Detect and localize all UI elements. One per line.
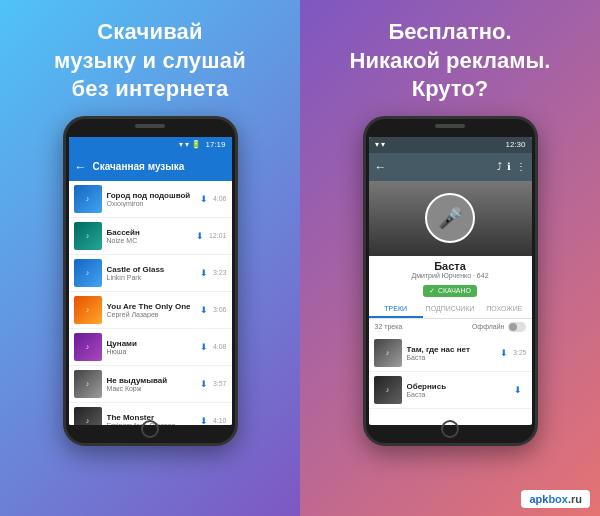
right-phone-screen: ▾ ▾ 12:30 ← ⤴ ℹ ⋮ 🎤 Баста	[369, 137, 532, 425]
download-track-icon[interactable]: ⬇	[196, 231, 204, 241]
right-status-time: 12:30	[505, 140, 525, 149]
track-info: Цунами Нюша	[107, 339, 195, 355]
track-thumb-img: ♪	[74, 370, 102, 398]
track-artist: Оxxxymiron	[107, 200, 195, 207]
download-track-icon[interactable]: ⬇	[200, 342, 208, 352]
share-icon[interactable]: ⤴	[497, 161, 502, 172]
track-title: Castle of Glass	[107, 265, 195, 274]
right-track-info: Там, где нас нет Баста	[407, 345, 495, 361]
offline-toggle[interactable]: Оффлайн	[472, 322, 526, 332]
check-icon: ✓	[429, 287, 435, 295]
track-thumb-img: ♪	[74, 185, 102, 213]
download-track-icon[interactable]: ⬇	[200, 416, 208, 425]
toggle-switch[interactable]	[508, 322, 526, 332]
right-download-icon[interactable]: ⬇	[514, 385, 522, 395]
track-item[interactable]: ♪ Castle of Glass Linkin Park ⬇ 3:23	[69, 255, 232, 292]
right-track-list: ♪ Там, где нас нет Баста ⬇ 3:25 ♪ Оберни…	[369, 335, 532, 409]
track-duration: 4:08	[213, 343, 227, 350]
track-item[interactable]: ♪ You Are The Only One Сергей Лазарев ⬇ …	[69, 292, 232, 329]
track-duration: 3:06	[213, 306, 227, 313]
track-item[interactable]: ♪ Не выдумывай Макс Корж ⬇ 3:57	[69, 366, 232, 403]
tracks-count: 32 трека	[375, 323, 403, 330]
right-track-info: Обернись Баста	[407, 382, 509, 398]
app-bar: ← Скачанная музыка	[69, 153, 232, 181]
artist-tab-подписчики[interactable]: ПОДПИСЧИКИ	[423, 301, 477, 318]
right-track-title: Обернись	[407, 382, 509, 391]
right-track-title: Там, где нас нет	[407, 345, 495, 354]
track-thumb: ♪	[74, 259, 102, 287]
download-track-icon[interactable]: ⬇	[200, 379, 208, 389]
more-icon[interactable]: ⋮	[516, 161, 526, 172]
download-track-icon[interactable]: ⬇	[200, 305, 208, 315]
apkbox-highlight: box	[548, 493, 568, 505]
track-info: Бассейн Noize MC	[107, 228, 191, 244]
track-title: Бассейн	[107, 228, 191, 237]
right-track-artist: Баста	[407, 391, 509, 398]
right-panel: Бесплатно. Никакой рекламы. Круто? ▾ ▾ 1…	[300, 0, 600, 516]
track-item[interactable]: ♪ Город под подошвой Оxxxymiron ⬇ 4:06	[69, 181, 232, 218]
track-item[interactable]: ♪ Цунами Нюша ⬇ 4:08	[69, 329, 232, 366]
track-item[interactable]: ♪ Бассейн Noize MC ⬇ 12:01	[69, 218, 232, 255]
artist-tab-треки[interactable]: ТРЕКИ	[369, 301, 423, 318]
track-info: You Are The Only One Сергей Лазарев	[107, 302, 195, 318]
apkbox-text: apk	[529, 493, 548, 505]
track-duration: 3:23	[213, 269, 227, 276]
track-artist: Нюша	[107, 348, 195, 355]
offline-label: Оффлайн	[472, 323, 505, 330]
right-headline: Бесплатно. Никакой рекламы. Круто?	[350, 18, 551, 104]
status-time: 17:19	[205, 140, 225, 149]
track-duration: 3:57	[213, 380, 227, 387]
left-phone: ▾ ▾ 🔋 17:19 ← Скачанная музыка ♪ Город п…	[63, 116, 238, 446]
track-thumb: ♪	[74, 222, 102, 250]
right-track-thumb-img: ♪	[374, 376, 402, 404]
right-phone-notch-top	[435, 124, 465, 128]
right-download-icon[interactable]: ⬇	[500, 348, 508, 358]
right-track-item[interactable]: ♪ Обернись Баста ⬇	[369, 372, 532, 409]
track-thumb: ♪	[74, 296, 102, 324]
right-phone: ▾ ▾ 12:30 ← ⤴ ℹ ⋮ 🎤 Баста	[363, 116, 538, 446]
right-track-thumb-img: ♪	[374, 339, 402, 367]
track-artist: Сергей Лазарев	[107, 311, 195, 318]
artist-avatar: 🎤	[425, 193, 475, 243]
right-status-signal: ▾ ▾	[375, 140, 385, 149]
track-duration: 4:10	[213, 417, 227, 424]
artist-sub: Дмитрий Юрченко · 642	[375, 272, 526, 279]
track-info: Не выдумывай Макс Корж	[107, 376, 195, 392]
artist-tab-похожие[interactable]: ПОХОЖИЕ	[477, 301, 531, 318]
right-track-artist: Баста	[407, 354, 495, 361]
tracks-header: 32 трека Оффлайн	[369, 319, 532, 335]
track-thumb-img: ♪	[74, 333, 102, 361]
track-title: Не выдумывай	[107, 376, 195, 385]
track-duration: 12:01	[209, 232, 227, 239]
track-info: Castle of Glass Linkin Park	[107, 265, 195, 281]
artist-header: 🎤	[369, 181, 532, 256]
download-track-icon[interactable]: ⬇	[200, 268, 208, 278]
track-artist: Noize MC	[107, 237, 191, 244]
right-track-item[interactable]: ♪ Там, где нас нет Баста ⬇ 3:25	[369, 335, 532, 372]
artist-tabs: ТРЕКИПОДПИСЧИКИПОХОЖИЕ	[369, 301, 532, 319]
track-thumb-img: ♪	[74, 222, 102, 250]
phone-home-button[interactable]	[141, 420, 159, 438]
phone-notch-top	[135, 124, 165, 128]
track-thumb-img: ♪	[74, 296, 102, 324]
left-headline: Скачивай музыку и слушай без интернета	[54, 18, 246, 104]
download-button[interactable]: ✓ СКАЧАНО	[423, 285, 477, 297]
right-back-icon[interactable]: ←	[375, 160, 387, 174]
track-artist: Макс Корж	[107, 385, 195, 392]
status-bar: ▾ ▾ 🔋 17:19	[69, 137, 232, 153]
track-thumb-img: ♪	[74, 407, 102, 425]
artist-name: Баста	[375, 260, 526, 272]
track-thumb: ♪	[74, 370, 102, 398]
track-list: ♪ Город под подошвой Оxxxymiron ⬇ 4:06 ♪…	[69, 181, 232, 425]
back-icon[interactable]: ←	[75, 160, 87, 174]
download-label: СКАЧАНО	[438, 287, 471, 294]
track-title: Цунами	[107, 339, 195, 348]
right-phone-home-button[interactable]	[441, 420, 459, 438]
app-bar-title: Скачанная музыка	[93, 161, 226, 172]
right-app-bar-icons: ⤴ ℹ ⋮	[497, 161, 526, 172]
artist-info-bar: Баста Дмитрий Юрченко · 642 ✓ СКАЧАНО	[369, 256, 532, 301]
download-track-icon[interactable]: ⬇	[200, 194, 208, 204]
info-icon[interactable]: ℹ	[507, 161, 511, 172]
right-status-bar: ▾ ▾ 12:30	[369, 137, 532, 153]
left-phone-screen: ▾ ▾ 🔋 17:19 ← Скачанная музыка ♪ Город п…	[69, 137, 232, 425]
